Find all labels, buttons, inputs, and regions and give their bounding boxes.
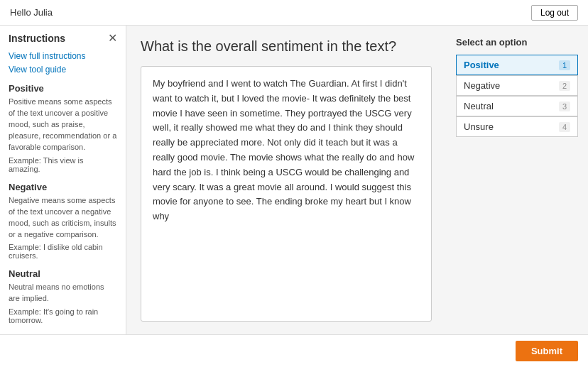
- sidebar-section-negative: Negative Negative means some aspects of …: [9, 182, 117, 261]
- view-tool-guide-link[interactable]: View tool guide: [9, 65, 117, 75]
- option-neutral[interactable]: Neutral 3: [456, 96, 578, 116]
- option-positive[interactable]: Positive 1: [456, 55, 578, 75]
- option-unsure[interactable]: Unsure 4: [456, 116, 578, 137]
- negative-heading: Negative: [9, 182, 117, 192]
- logout-button[interactable]: Log out: [531, 5, 578, 21]
- sidebar-section-neutral: Neutral Neutral means no emotions are im…: [9, 268, 117, 324]
- option-neutral-label: Neutral: [464, 101, 494, 111]
- neutral-example: Example: It's going to rain tomorrow.: [9, 307, 117, 324]
- option-unsure-num: 4: [559, 122, 570, 132]
- neutral-heading: Neutral: [9, 268, 117, 279]
- option-positive-num: 1: [559, 60, 570, 70]
- option-positive-label: Positive: [464, 60, 499, 70]
- options-title: Select an option: [456, 37, 578, 48]
- option-neutral-num: 3: [559, 102, 570, 111]
- option-negative-num: 2: [559, 81, 570, 91]
- negative-example: Example: I dislike old cabin cruisers.: [9, 243, 117, 260]
- negative-description: Negative means some aspects of the text …: [9, 195, 117, 241]
- sidebar-header: Instructions ✕: [9, 33, 117, 44]
- option-negative-label: Negative: [464, 80, 500, 91]
- neutral-description: Neutral means no emotions are implied.: [9, 282, 117, 305]
- positive-description: Positive means some aspects of the text …: [9, 97, 117, 153]
- option-unsure-label: Unsure: [464, 121, 494, 132]
- content-area: What is the overall sentiment in the tex…: [126, 26, 446, 334]
- close-icon[interactable]: ✕: [108, 33, 117, 44]
- passage-text: My boyfriend and I went to watch The Gua…: [141, 66, 432, 322]
- footer: Submit: [0, 334, 588, 367]
- view-full-instructions-link[interactable]: View full instructions: [9, 51, 117, 61]
- positive-example: Example: This view is amazing.: [9, 156, 117, 173]
- header-title: Hello Julia: [10, 7, 53, 18]
- sidebar-title: Instructions: [9, 33, 65, 44]
- main-body: Instructions ✕ View full instructions Vi…: [0, 26, 588, 334]
- positive-heading: Positive: [9, 83, 117, 94]
- sidebar-section-positive: Positive Positive means some aspects of …: [9, 83, 117, 173]
- sidebar: Instructions ✕ View full instructions Vi…: [0, 26, 126, 334]
- option-negative[interactable]: Negative 2: [456, 75, 578, 96]
- header: Hello Julia Log out: [0, 0, 588, 26]
- options-panel: Select an option Positive 1 Negative 2 N…: [446, 26, 588, 334]
- submit-button[interactable]: Submit: [516, 341, 578, 361]
- question-title: What is the overall sentiment in the tex…: [141, 38, 432, 55]
